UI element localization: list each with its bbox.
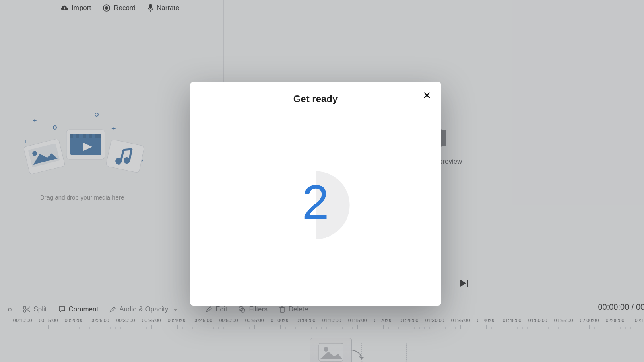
get-ready-modal: Get ready ✕ 2 bbox=[190, 82, 441, 306]
close-button[interactable]: ✕ bbox=[423, 90, 431, 101]
modal-title: Get ready bbox=[190, 82, 441, 105]
countdown-number: 2 bbox=[302, 174, 329, 230]
close-icon: ✕ bbox=[423, 89, 431, 101]
